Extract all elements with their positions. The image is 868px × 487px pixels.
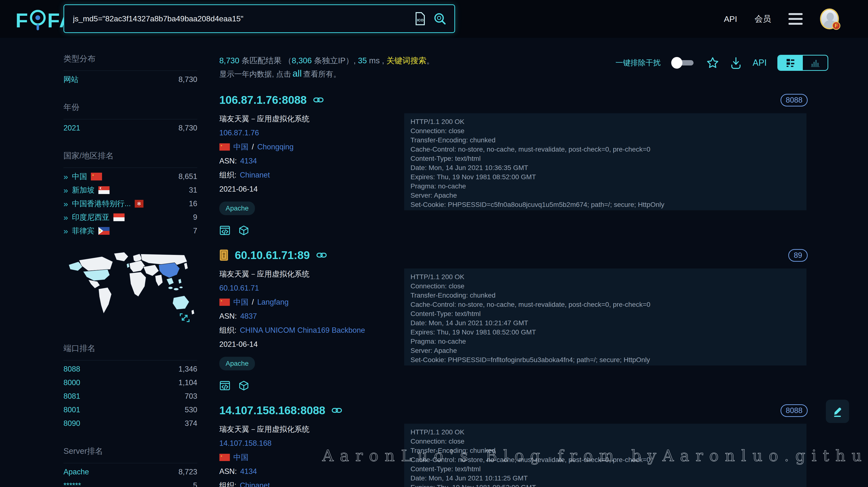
result-app-name: 瑞友天翼－应用虚拟化系统 [219,269,399,279]
server-tag[interactable]: Apache [219,202,255,215]
svg-text:✻: ✻ [137,201,141,206]
result-country-link[interactable]: 中国 [234,452,248,462]
search-box: ICO [63,4,455,33]
double-chevron-icon: » [63,199,67,208]
http-banner-panel[interactable]: HTTP/1.1 200 OK Connection: close Transf… [404,424,806,487]
result-ip-link[interactable]: 14.107.158.168 [219,439,272,448]
link-icon[interactable] [313,96,324,104]
code-window-icon[interactable] [219,380,230,391]
result-app-name: 瑞友天翼－应用虚拟化系统 [219,114,399,124]
results-toolbar: 一键排除干扰 API [616,54,828,71]
toolbar-api-link[interactable]: API [753,58,767,68]
nav-api-link[interactable]: API [724,14,737,24]
nav-member-link[interactable]: 会员 [754,13,771,25]
all-link[interactable]: all [291,68,303,79]
code-window-icon[interactable] [219,225,230,236]
port-row[interactable]: 8081 703 [63,390,197,403]
country-row-china[interactable]: » 中国 8,651 [63,170,197,183]
result-card: 106.87.1.76:8088 8088 瑞友天翼－应用虚拟化系统 106.8… [219,93,808,107]
result-asn-link[interactable]: 4837 [240,312,257,321]
country-row-hongkong[interactable]: » 中国香港特别行... ✻ 16 [63,197,197,210]
flag-cn-icon [219,143,230,151]
logo-text-prefix: F [16,9,28,32]
result-info: 瑞友天翼－应用虚拟化系统 106.87.1.76 中国 / Chongqing … [219,114,399,236]
section-title-year: 年份 [63,102,197,113]
hamburger-menu-icon[interactable] [788,13,803,25]
port-badge[interactable]: 89 [788,249,808,262]
flag-id-icon [114,213,125,221]
result-country-link[interactable]: 中国 [234,297,248,307]
double-chevron-icon: » [63,226,67,236]
star-icon[interactable] [706,56,719,69]
section-title-country: 国家/地区排名 [63,150,197,161]
exclude-noise-toggle[interactable] [671,57,695,69]
result-card: 60.10.61.71:89 89 瑞友天翼－应用虚拟化系统 60.10.61.… [219,249,808,262]
port-row[interactable]: 8090 374 [63,417,197,430]
result-org-link[interactable]: Chinanet [240,171,270,179]
download-icon[interactable] [730,56,742,69]
http-banner-panel[interactable]: HTTP/1.1 200 OK Connection: close Transf… [404,268,806,366]
section-title-type: 类型分布 [63,53,197,64]
user-avatar[interactable]: F [820,8,839,29]
result-asn-link[interactable]: 4134 [240,467,257,476]
link-icon[interactable] [316,251,327,259]
result-org-link[interactable]: CHINA UNICOM China169 Backbone [240,326,365,335]
result-ip-link[interactable]: 106.87.1.76 [219,128,259,137]
year-row-2021[interactable]: 2021 8,730 [63,121,197,135]
search-input[interactable] [64,5,414,32]
result-city-link[interactable]: Langfang [257,298,289,307]
country-row-philippines[interactable]: » 菲律宾 7 [63,224,197,238]
result-asn-link[interactable]: 4134 [240,157,257,165]
link-icon[interactable] [332,406,342,414]
top-nav: API 会员 F [724,0,868,38]
world-map[interactable] [63,248,197,327]
result-host-link[interactable]: 106.87.1.76:8088 [219,93,307,107]
expand-map-icon[interactable] [179,312,190,323]
list-view-button[interactable] [778,56,803,70]
port-badge[interactable]: 8088 [780,94,808,107]
section-title-server: Server排名 [63,446,197,457]
favicon-search-icon[interactable]: ICO [414,12,425,25]
keyword-search-link[interactable]: 关键词搜索 [386,56,427,65]
result-date: 2021-06-14 [219,340,399,349]
result-country-link[interactable]: 中国 [234,142,248,152]
result-city-link[interactable]: Chongqing [257,143,294,151]
results-summary: 8,730 条匹配结果 （8,306 条独立IP）, 35 ms , 关键词搜索… [219,55,434,66]
edit-fab-button[interactable] [826,400,849,423]
flag-cn-icon [219,454,230,461]
result-card: 14.107.158.168:8088 8088 瑞友天翼－应用虚拟化系统 14… [219,404,808,417]
avatar-f-badge: F [832,22,840,30]
result-host-link[interactable]: 14.107.158.168:8088 [219,404,325,417]
server-tag[interactable]: Apache [219,357,255,370]
result-host-link[interactable]: 60.10.61.71:89 [235,249,310,262]
double-chevron-icon: » [63,172,67,181]
top-bar: F FA ICO [0,0,868,38]
port-row[interactable]: 8088 1,346 [63,362,197,376]
view-switcher [777,55,828,71]
certificate-icon [219,249,228,261]
server-row[interactable]: ****** 5 [63,479,197,487]
country-row-singapore[interactable]: » 新加坡 31 [63,183,197,197]
flag-sg-icon [98,186,110,194]
search-submit-icon[interactable] [434,12,446,25]
port-row[interactable]: 8000 1,104 [63,376,197,390]
result-ip-link[interactable]: 60.10.61.71 [219,284,259,292]
flag-cn-icon [219,298,230,306]
date-range-hint: 显示一年内数据, 点击all查看所有。 [219,68,341,79]
flag-hk-icon: ✻ [135,200,144,208]
type-row-website[interactable]: 网站 8,730 [63,73,197,86]
result-app-name: 瑞友天翼－应用虚拟化系统 [219,424,399,434]
cube-icon[interactable] [238,380,249,391]
filter-sidebar: 类型分布 网站 8,730 年份 2021 8,730 国家/地区排名 » 中国… [63,53,197,487]
result-info: 瑞友天翼－应用虚拟化系统 14.107.158.168 中国 ASN: 4134… [219,424,399,487]
port-badge[interactable]: 8088 [780,404,808,417]
result-org-link[interactable]: Chinanet [240,481,270,487]
port-row[interactable]: 8001 530 [63,403,197,417]
cube-icon[interactable] [238,225,249,236]
svg-text:ICO: ICO [417,18,424,22]
chart-view-button[interactable] [803,56,828,70]
country-row-indonesia[interactable]: » 印度尼西亚 9 [63,210,197,224]
http-banner-panel[interactable]: HTTP/1.1 200 OK Connection: close Transf… [404,113,806,210]
server-row[interactable]: Apache 8,723 [63,465,197,479]
section-title-port: 端口排名 [63,343,197,354]
